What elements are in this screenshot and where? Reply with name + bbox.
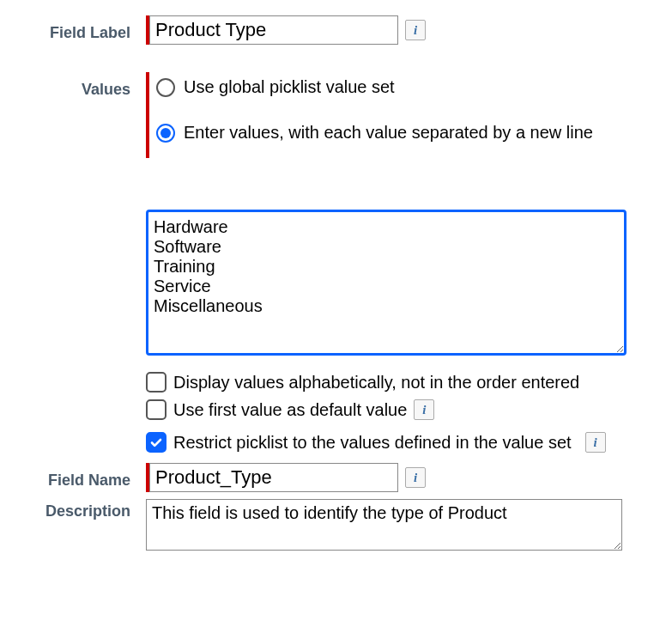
default-value-checkbox[interactable] [146,399,166,420]
values-radio-enter[interactable] [156,124,175,143]
restrict-values-checkbox-label: Restrict picklist to the values defined … [173,433,572,453]
values-caption: Values [17,72,146,99]
alphabetical-checkbox-label: Display values alphabetically, not in th… [173,373,579,393]
info-icon-glyph: i [593,436,596,449]
info-icon-glyph: i [422,404,426,417]
restrict-values-checkbox[interactable] [146,432,166,453]
values-textarea[interactable] [146,210,627,356]
values-radio-enter-label: Enter values, with each value separated … [184,123,593,143]
description-textarea[interactable] [146,499,622,551]
field-label-input[interactable] [149,15,398,45]
field-name-caption: Field Name [17,463,146,490]
values-radio-global-label: Use global picklist value set [184,77,395,97]
values-radio-global[interactable] [156,78,175,97]
description-caption: Description [17,499,146,520]
info-icon-glyph: i [414,24,417,37]
info-icon-glyph: i [414,472,417,484]
field-label-caption: Field Label [17,15,146,42]
default-value-checkbox-label: Use first value as default value [173,400,407,420]
info-icon[interactable]: i [405,467,426,488]
info-icon[interactable]: i [405,20,426,40]
info-icon[interactable]: i [414,399,434,420]
info-icon[interactable]: i [585,432,606,453]
alphabetical-checkbox[interactable] [146,372,166,393]
field-name-input[interactable] [149,463,398,492]
